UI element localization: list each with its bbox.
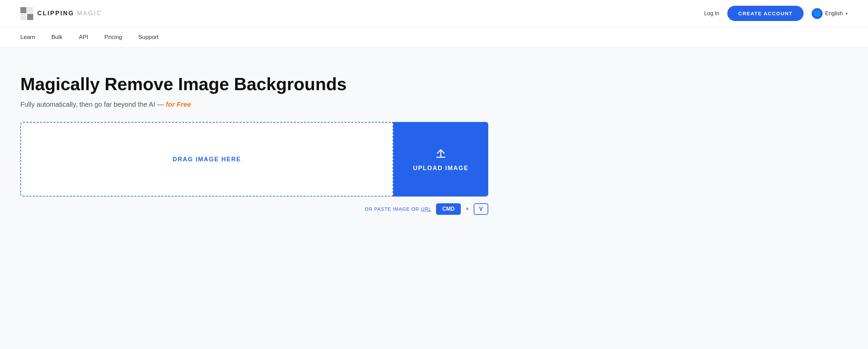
upload-section: DRAG IMAGE HERE UPLOAD IMAGE bbox=[20, 122, 488, 197]
paste-url-link[interactable]: URL bbox=[421, 206, 431, 212]
drag-drop-label: DRAG IMAGE HERE bbox=[173, 156, 241, 163]
nav-item-bulk[interactable]: Bulk bbox=[51, 34, 62, 41]
upload-label: UPLOAD IMAGE bbox=[413, 165, 469, 172]
paste-text: OR PASTE IMAGE OR URL bbox=[365, 206, 432, 212]
hero-subtitle-plain: Fully automatically, then go far beyond … bbox=[20, 101, 164, 108]
hero-title: Magically Remove Image Backgrounds bbox=[20, 75, 488, 94]
nav-item-api[interactable]: API bbox=[79, 34, 88, 41]
drag-drop-area[interactable]: DRAG IMAGE HERE bbox=[20, 122, 393, 197]
logo-cell-2 bbox=[27, 7, 33, 13]
logo-clipping: CLIPPING bbox=[37, 10, 74, 17]
v-badge: V bbox=[474, 203, 488, 215]
logo-cell-1 bbox=[20, 7, 26, 13]
login-link[interactable]: Log In bbox=[704, 11, 719, 17]
chevron-down-icon: ▾ bbox=[846, 11, 848, 16]
nav: Learn Bulk API Pricing Support bbox=[0, 27, 868, 47]
logo-icon bbox=[20, 7, 33, 20]
main-content: Magically Remove Image Backgrounds Fully… bbox=[0, 47, 509, 235]
language-selector[interactable]: 🌐 English ▾ bbox=[812, 8, 848, 19]
logo-cell-4 bbox=[27, 14, 33, 20]
plus-icon: + bbox=[466, 206, 469, 213]
upload-button[interactable]: UPLOAD IMAGE bbox=[393, 122, 488, 197]
paste-section: OR PASTE IMAGE OR URL CMD + V bbox=[20, 203, 488, 215]
nav-item-learn[interactable]: Learn bbox=[20, 34, 35, 41]
nav-item-support[interactable]: Support bbox=[138, 34, 159, 41]
create-account-button[interactable]: CREATE ACCOUNT bbox=[727, 6, 803, 21]
paste-text-plain: OR PASTE IMAGE OR bbox=[365, 206, 419, 212]
logo-cell-3 bbox=[20, 14, 26, 20]
header-right: Log In CREATE ACCOUNT 🌐 English ▾ bbox=[704, 6, 848, 21]
logo: CLIPPING MAGIC bbox=[20, 7, 102, 20]
header: CLIPPING MAGIC Log In CREATE ACCOUNT 🌐 E… bbox=[0, 0, 868, 27]
logo-text: CLIPPING MAGIC bbox=[37, 10, 102, 17]
nav-item-pricing[interactable]: Pricing bbox=[104, 34, 122, 41]
hero-subtitle-highlight: for Free bbox=[166, 101, 191, 108]
hero-subtitle: Fully automatically, then go far beyond … bbox=[20, 101, 488, 108]
logo-magic: MAGIC bbox=[77, 10, 102, 17]
upload-arrow-icon bbox=[435, 147, 447, 159]
globe-icon: 🌐 bbox=[812, 8, 823, 19]
cmd-badge: CMD bbox=[436, 203, 460, 215]
language-label: English bbox=[825, 11, 843, 17]
